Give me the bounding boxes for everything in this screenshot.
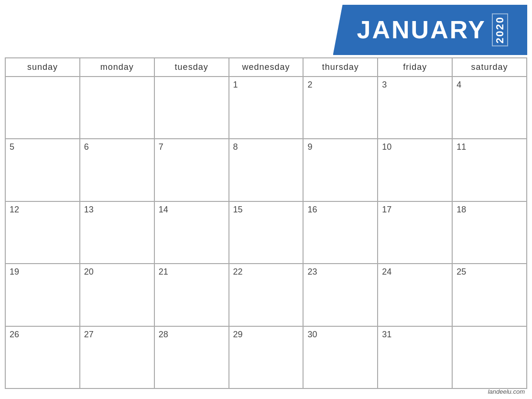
day-number: 25	[456, 267, 466, 277]
day-number: 7	[159, 142, 163, 152]
day-number: 22	[233, 267, 243, 277]
day-number: 28	[159, 330, 168, 339]
day-cell: 24	[378, 264, 453, 326]
day-cell: 18	[453, 202, 527, 264]
day-number: 30	[307, 330, 317, 339]
day-number: 1	[233, 80, 238, 89]
day-number: 3	[382, 80, 387, 89]
day-number: 24	[382, 267, 391, 277]
day-number: 27	[84, 330, 94, 339]
day-cell: 4	[453, 77, 527, 139]
day-cell: 3	[378, 77, 453, 139]
day-number: 13	[84, 205, 94, 214]
day-cell: 15	[229, 202, 304, 264]
day-cell: 8	[229, 139, 304, 201]
day-number: 26	[10, 330, 19, 339]
day-cell	[6, 77, 80, 139]
day-cell: 2	[304, 77, 378, 139]
day-cell	[155, 77, 229, 139]
day-cell: 9	[304, 139, 378, 201]
day-cell: 23	[304, 264, 378, 326]
month-name: JANUARY	[357, 15, 486, 44]
calendar-header: JANUARY 2020	[5, 0, 527, 57]
day-header-monday: monday	[80, 58, 155, 77]
day-number: 29	[233, 330, 243, 339]
day-number: 9	[307, 142, 312, 152]
day-number: 15	[233, 205, 243, 214]
day-cell: 29	[229, 327, 304, 389]
year-label: 2020	[492, 13, 508, 46]
day-number: 18	[456, 205, 466, 214]
day-cell: 1	[229, 77, 304, 139]
day-number: 19	[10, 267, 19, 277]
day-header-saturday: saturday	[453, 58, 527, 77]
day-header-sunday: sunday	[6, 58, 80, 77]
day-cell: 28	[155, 327, 229, 389]
day-header-thursday: thursday	[304, 58, 378, 77]
day-number: 2	[307, 80, 312, 89]
day-cell: 6	[80, 139, 155, 201]
day-number: 10	[382, 142, 391, 152]
day-cell: 25	[453, 264, 527, 326]
day-header-wednesday: wednesday	[229, 58, 304, 77]
day-cell: 17	[378, 202, 453, 264]
calendar-container: JANUARY 2020 sundaymondaytuesdaywednesda…	[0, 0, 532, 399]
calendar-grid: 1234567891011121314151617181920212223242…	[5, 77, 527, 389]
day-cell: 21	[155, 264, 229, 326]
day-number: 8	[233, 142, 238, 152]
day-cell: 13	[80, 202, 155, 264]
day-number: 6	[84, 142, 89, 152]
day-number: 14	[159, 205, 168, 214]
day-cell: 26	[6, 327, 80, 389]
day-number: 4	[456, 80, 461, 89]
day-number: 11	[456, 142, 466, 152]
day-cell: 10	[378, 139, 453, 201]
day-number: 23	[307, 267, 317, 277]
day-cell: 12	[6, 202, 80, 264]
month-banner: JANUARY 2020	[333, 5, 527, 55]
day-cell: 20	[80, 264, 155, 326]
day-number: 21	[159, 267, 168, 277]
day-number: 16	[307, 205, 317, 214]
day-cell: 27	[80, 327, 155, 389]
day-cell	[80, 77, 155, 139]
day-header-friday: friday	[378, 58, 453, 77]
day-cell: 14	[155, 202, 229, 264]
day-cell: 16	[304, 202, 378, 264]
day-cell: 19	[6, 264, 80, 326]
day-cell: 5	[6, 139, 80, 201]
day-number: 12	[10, 205, 19, 214]
day-cell: 31	[378, 327, 453, 389]
day-cell: 30	[304, 327, 378, 389]
day-number: 31	[382, 330, 391, 339]
day-cell	[453, 327, 527, 389]
day-number: 5	[10, 142, 14, 152]
day-header-tuesday: tuesday	[155, 58, 229, 77]
day-cell: 7	[155, 139, 229, 201]
day-number: 20	[84, 267, 94, 277]
day-headers: sundaymondaytuesdaywednesdaythursdayfrid…	[5, 57, 527, 77]
day-cell: 11	[453, 139, 527, 201]
attribution: landeelu.com	[488, 388, 525, 395]
day-cell: 22	[229, 264, 304, 326]
day-number: 17	[382, 205, 391, 214]
